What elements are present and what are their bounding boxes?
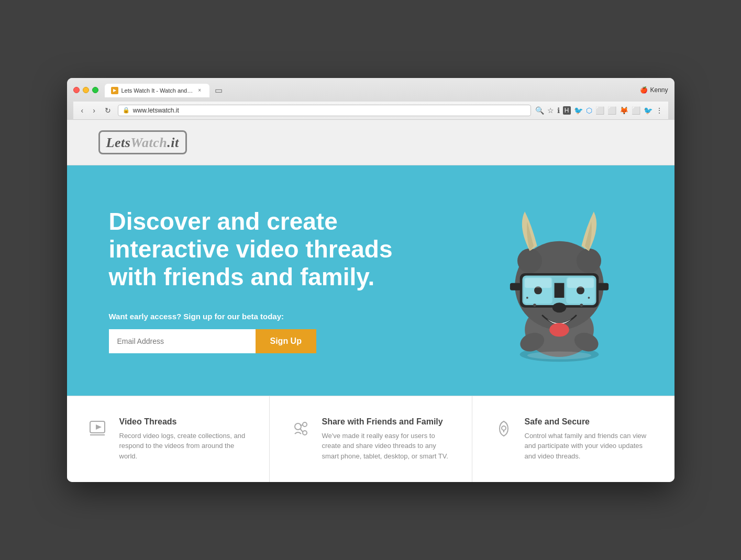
user-profile: 🍎 Kenny [640,86,668,94]
ext2-icon[interactable]: 🐦 [574,106,583,115]
svg-point-16 [552,303,566,312]
ext3-icon[interactable]: ⬡ [586,106,592,115]
svg-rect-15 [598,283,609,290]
info-icon[interactable]: ℹ [557,106,560,115]
tab-title: Lets Watch It - Watch and dis... [121,87,193,94]
tab-favicon-icon: ▶ [111,87,118,94]
tab-bar: ▶ Lets Watch It - Watch and dis... × ▭ [105,83,630,97]
svg-point-30 [303,431,307,435]
svg-rect-7 [554,283,564,297]
ext6-icon[interactable]: 🦊 [620,106,628,115]
svg-marker-26 [96,424,102,430]
hero-subtext: Want early access? Sign up for our beta … [109,312,397,321]
svg-rect-13 [567,278,594,288]
hero-content: Discover and create interactive video th… [109,208,397,353]
site-logo: LetsWatch.it [98,130,187,154]
feature-text-1: Video Threads Record video logs, create … [119,417,248,462]
new-tab-button[interactable]: ▭ [211,83,227,97]
toolbar-extensions: 🔍 ☆ ℹ H 🐦 ⬡ ⬜ ⬜ 🦊 ⬜ 🐦 ⋮ [535,106,663,115]
svg-point-18 [533,304,536,307]
tab-close-icon[interactable]: × [196,87,203,94]
svg-point-19 [526,297,528,299]
email-input[interactable] [109,329,256,353]
feature-title-3: Safe and Secure [525,417,654,427]
safe-icon [493,417,514,438]
feature-desc-2: We've made it really easy for users to c… [322,431,451,462]
logo-text: LetsWatch.it [106,135,179,150]
svg-rect-12 [525,278,551,288]
browser-window: ▶ Lets Watch It - Watch and dis... × ▭ 🍎… [67,78,674,483]
ext5-icon[interactable]: ⬜ [607,106,616,115]
maximize-button[interactable] [92,87,98,93]
svg-point-24 [527,351,591,359]
address-lock-icon: 🔒 [123,107,130,114]
browser-titlebar: ▶ Lets Watch It - Watch and dis... × ▭ 🍎… [67,78,674,120]
svg-point-3 [517,249,542,273]
search-icon[interactable]: 🔍 [535,106,544,115]
address-text: www.letswatch.it [133,107,526,114]
user-name-label: Kenny [650,86,668,94]
browser-toolbar: ‹ › ↻ 🔒 www.letswatch.it 🔍 ☆ ℹ H 🐦 ⬡ ⬜ ⬜… [73,102,668,120]
traffic-lights [73,87,98,93]
feature-desc-3: Control what family and friends can view… [525,431,654,462]
site-content: LetsWatch.it Discover and create interac… [67,120,674,483]
feature-safe: Safe and Secure Control what family and … [472,396,674,483]
feature-text-3: Safe and Secure Control what family and … [525,417,654,462]
menu-icon[interactable]: ⋮ [656,106,663,115]
feature-title-2: Share with Friends and Family [322,417,451,427]
ext1-icon[interactable]: H [563,106,571,115]
svg-line-32 [300,429,303,432]
svg-point-4 [576,249,601,273]
svg-line-31 [300,425,303,425]
feature-share: Share with Friends and Family We've made… [270,396,472,483]
video-threads-icon [88,417,109,438]
feature-desc-1: Record video logs, create collections, a… [119,431,248,462]
hero-mascot [486,197,633,364]
feature-text-2: Share with Friends and Family We've made… [322,417,451,462]
svg-point-29 [303,422,307,427]
signup-button[interactable]: Sign Up [256,329,316,353]
site-header: LetsWatch.it [67,120,674,165]
share-icon [291,417,312,438]
user-icon: 🍎 [640,86,648,94]
twitter-icon[interactable]: 🐦 [644,106,652,115]
svg-rect-14 [510,283,521,290]
close-button[interactable] [73,87,80,93]
ext7-icon[interactable]: ⬜ [632,106,640,115]
hero-section: Discover and create interactive video th… [67,165,674,396]
signup-row: Sign Up [109,329,397,353]
active-tab[interactable]: ▶ Lets Watch It - Watch and dis... × [105,84,209,97]
svg-point-21 [588,297,590,299]
back-button[interactable]: ‹ [79,105,86,116]
star-icon[interactable]: ☆ [547,106,554,115]
reload-button[interactable]: ↻ [102,105,114,116]
minimize-button[interactable] [83,87,89,93]
address-bar[interactable]: 🔒 www.letswatch.it [118,105,531,116]
feature-video-threads: Video Threads Record video logs, create … [67,396,270,483]
svg-point-17 [549,323,569,337]
svg-point-33 [502,426,506,430]
forward-button[interactable]: › [90,105,98,116]
hero-headline: Discover and create interactive video th… [109,208,397,291]
feature-title-1: Video Threads [119,417,248,427]
svg-point-20 [580,304,583,307]
features-section: Video Threads Record video logs, create … [67,396,674,483]
ext4-icon[interactable]: ⬜ [595,106,604,115]
